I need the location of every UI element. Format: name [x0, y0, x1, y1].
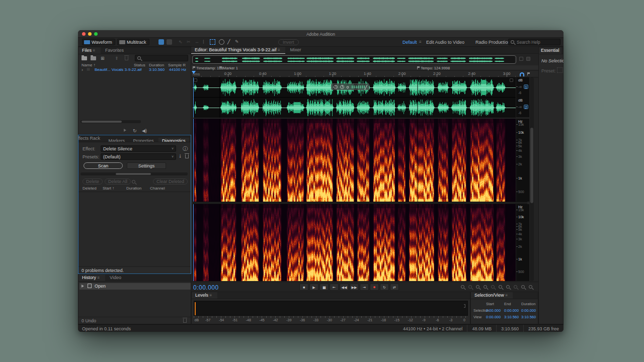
hud-pencil-icon[interactable]: ╱	[365, 85, 367, 90]
tab-favorites[interactable]: Favorites	[102, 47, 127, 54]
sv-value[interactable]: 0:00.000	[521, 308, 536, 313]
show-spectral-icon[interactable]	[167, 39, 172, 45]
marker-flag-0[interactable]: Timestamp: 158	[193, 66, 223, 70]
tab-video[interactable]: Video	[106, 275, 125, 282]
tab-mixer[interactable]: Mixer	[286, 47, 304, 54]
tab-files[interactable]: Files ≡	[78, 47, 101, 54]
diag-col-1[interactable]: Start ↑	[103, 186, 114, 191]
marker-flag-1[interactable]: Marker 1	[219, 66, 238, 70]
zoom-out-horizontal-icon[interactable]	[467, 284, 474, 291]
delete-preset-icon[interactable]	[185, 154, 189, 159]
loop-icon[interactable]: ↻	[380, 284, 389, 291]
info-icon[interactable]: ⓘ	[183, 145, 188, 152]
panel-menu-icon[interactable]: ≡	[93, 47, 97, 54]
add-marker-icon[interactable]	[527, 72, 531, 76]
tab-effects-rack[interactable]: Effects Rack	[78, 135, 104, 142]
presets-dropdown[interactable]: (Default)˅	[101, 153, 176, 160]
sv-value[interactable]: 3:10.560	[504, 315, 519, 319]
files-col-3[interactable]: Sample R	[168, 63, 186, 67]
tab-essential-sound[interactable]: Essential	[539, 47, 561, 54]
grid-settings-icon[interactable]	[526, 57, 530, 61]
panel-menu-icon[interactable]: ≡	[505, 292, 509, 299]
playhead-handle[interactable]	[192, 71, 196, 74]
zoom-in-vertical-icon[interactable]	[475, 284, 481, 291]
workspace-default[interactable]: Default	[403, 40, 417, 45]
sv-value[interactable]: 0:00.000	[504, 308, 519, 313]
files-col-0[interactable]: Name ↑	[82, 63, 96, 67]
workspace-radio-production[interactable]: Radio Production	[475, 40, 510, 45]
sv-value[interactable]: 3:10.560	[521, 315, 536, 319]
snap-magnet-icon[interactable]	[520, 72, 524, 76]
files-col-2[interactable]: Duration	[149, 63, 164, 67]
tab-levels[interactable]: Levels ≡	[192, 292, 217, 299]
diag-col-3[interactable]: Channel	[150, 186, 165, 191]
crosshair-icon[interactable]	[519, 57, 523, 61]
swap-icon[interactable]: ⇄	[390, 284, 399, 291]
overview-strip[interactable]	[192, 55, 516, 64]
panel-menu-icon[interactable]: ≡	[278, 47, 282, 53]
skip-forward-icon[interactable]: ⇥	[360, 284, 369, 291]
ibeam-tool-icon[interactable]: I	[203, 39, 208, 45]
tab-selection-view[interactable]: Selection/View ≡	[471, 292, 513, 299]
search-help-box[interactable]	[508, 39, 560, 45]
rewind-icon[interactable]: ◀◀	[340, 284, 349, 291]
paintbrush-tool-icon[interactable]: ╱	[227, 39, 233, 45]
tab-diagnostics[interactable]: Diagnostics	[158, 138, 189, 142]
loop-playback-icon[interactable]: ↻	[133, 128, 137, 133]
frequency-scale-2[interactable]: Hz15k10k7k6k5k4k3k2k1k500	[516, 204, 529, 281]
time-display[interactable]: 0:00.000	[193, 284, 219, 291]
channel-options-icon[interactable]	[510, 78, 513, 82]
files-hscrollbar[interactable]	[80, 120, 141, 123]
waveform-display[interactable]: 0 ╱	[193, 77, 516, 118]
tab-properties[interactable]: Properties	[130, 138, 157, 142]
marquee-selection-icon[interactable]	[210, 39, 215, 45]
edit-channel-icon[interactable]	[194, 78, 197, 82]
spectrogram-channel-1[interactable]	[193, 119, 516, 202]
volume-hud[interactable]: 0 ╱	[331, 83, 369, 90]
razor-tool-icon[interactable]: ✂	[187, 39, 192, 45]
pause-icon[interactable]: ▮▮	[319, 284, 329, 291]
auto-play-speaker-icon[interactable]: ◀)	[142, 128, 147, 133]
sv-value[interactable]: 0:00.000	[486, 308, 501, 313]
amplitude-scale[interactable]: dB-∞-61dB-∞-62	[516, 77, 529, 118]
spot-healing-brush-icon[interactable]: ✎	[235, 39, 240, 45]
frequency-scale-1[interactable]: Hz15k10k7k6k5k4k3k2k1k500	[516, 119, 529, 202]
open-file-icon[interactable]	[82, 56, 87, 61]
volume-knob-icon[interactable]	[334, 85, 338, 89]
show-waveform-icon[interactable]	[158, 39, 164, 45]
zoom-reset-icon[interactable]	[528, 284, 534, 291]
tab-markers[interactable]: Markers	[105, 138, 129, 142]
lasso-selection-icon[interactable]	[219, 39, 224, 45]
zoom-in-horizontal-icon[interactable]	[460, 284, 466, 291]
record-icon[interactable]: ●	[370, 284, 379, 291]
skip-back-icon[interactable]: ⇤	[330, 284, 339, 291]
multitrack-view-button[interactable]: Multitrack	[117, 39, 149, 45]
marker-flag-2[interactable]: Tempo: 124.9998	[417, 66, 450, 70]
clock-dial-icon[interactable]	[340, 85, 344, 89]
panel-menu-icon[interactable]: ≡	[98, 275, 102, 281]
slip-tool-icon[interactable]: ↔	[195, 39, 200, 45]
history-item-open[interactable]: Open	[79, 283, 191, 290]
tab-editor[interactable]: Editor: Beautiful Things Vocals 3-9-22.a…	[191, 47, 285, 54]
files-col-1[interactable]: Status	[134, 63, 145, 67]
channel-badge-1[interactable]: 1	[524, 84, 528, 89]
zoom-out-vertical-icon[interactable]	[482, 284, 489, 291]
stop-icon[interactable]: ■	[299, 284, 308, 291]
workspace-overflow-chevron[interactable]: »	[500, 40, 502, 45]
tab-history[interactable]: History ≡	[78, 275, 105, 282]
hand-tool-icon[interactable]	[520, 284, 527, 291]
zoom-to-selection-icon[interactable]	[490, 284, 497, 291]
waveform-view-button[interactable]: Waveform	[82, 39, 115, 45]
markers-bar[interactable]: Timestamp: 158Marker 1Tempo: 124.9998	[191, 65, 538, 70]
timeline-ruler[interactable]: hms 0:200:401:001:201:402:002:202:403:00	[191, 71, 538, 77]
zoom-selection-in-icon[interactable]	[498, 284, 504, 291]
search-help-input[interactable]	[517, 39, 559, 45]
diag-col-2[interactable]: Duration	[126, 186, 141, 191]
save-preset-icon[interactable]: ⭣	[179, 154, 181, 159]
editor-vscrollbar[interactable]	[530, 77, 534, 281]
files-search-field[interactable]	[135, 55, 188, 61]
effect-dropdown[interactable]: Delete Silence˅	[101, 145, 176, 152]
settings-button[interactable]: Settings	[127, 162, 166, 169]
diagnostics-scrollbar[interactable]	[80, 172, 188, 175]
zoom-selection-out-icon[interactable]	[505, 284, 512, 291]
